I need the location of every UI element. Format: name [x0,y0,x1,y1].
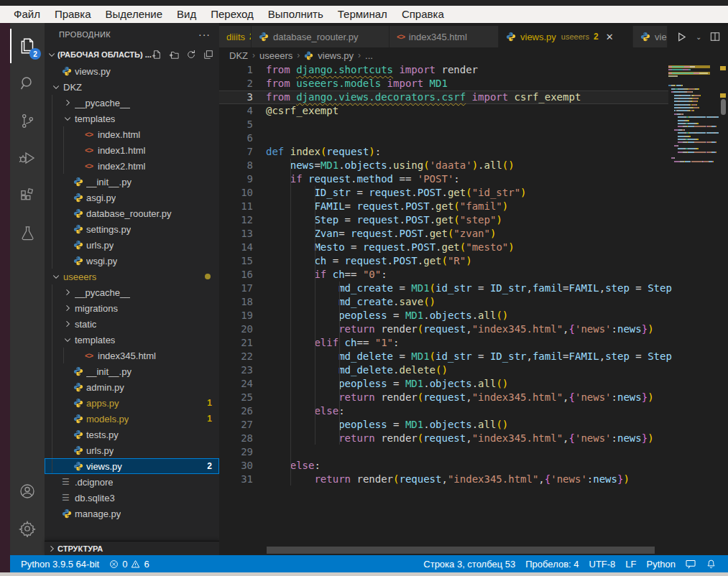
code-line-12[interactable]: 12 Step = request.POST.get("step") [219,213,728,227]
tree-item-tests.py[interactable]: tests.py [45,427,219,442]
activitybar-settings[interactable] [10,511,45,546]
code-line-11[interactable]: 11 FAMIL= request.POST.get("famil") [219,200,728,213]
overview-ruler[interactable] [719,63,728,555]
menu-Выполнить[interactable]: Выполнить [262,6,330,23]
activitybar-run-debug[interactable] [10,141,45,175]
collapse-all-icon[interactable] [203,50,213,60]
problems-indicator[interactable]: 0 6 [104,555,154,572]
tree-item-asgi.py[interactable]: asgi.py [45,190,219,205]
tree-item-DKZ[interactable]: DKZ [45,79,219,95]
code-line-1[interactable]: 1from django.shortcuts import render [219,63,728,77]
breadcrumb-item-views.py[interactable]: views.py [318,50,354,61]
tree-item-index345.html[interactable]: <>index345.html [45,348,219,363]
code-line-20[interactable]: 20 return render(request,"index345.html"… [219,322,728,336]
split-editor-icon[interactable] [710,32,720,42]
menu-Терминал[interactable]: Терминал [331,6,394,23]
code-line-6[interactable]: 6 [219,131,728,145]
tab-diiits[interactable]: diiits2 [219,26,252,47]
close-icon[interactable]: ✕ [606,32,614,42]
tree-item-templates[interactable]: templates [45,111,219,126]
code-line-28[interactable]: 28 return render(request,"index345.html"… [219,432,728,445]
horizontal-scrollbar[interactable] [267,547,655,554]
code-line-18[interactable]: 18 md_create.save() [219,295,728,309]
code-line-30[interactable]: 30 else: [219,459,728,473]
tab-database_roouter.py[interactable]: database_roouter.py [252,26,390,47]
tree-item-urls.py[interactable]: urls.py [45,442,219,458]
breadcrumb-item-useeers[interactable]: useeers [259,50,292,61]
activitybar-explorer[interactable]: 2 [10,29,45,63]
tree-item-models.py[interactable]: models.py1 [45,411,219,427]
encoding[interactable]: UTF-8 [584,555,621,572]
activitybar-source-control[interactable] [10,103,45,138]
workspace-section-header[interactable]: (РАБОЧАЯ ОБЛАСТЬ) ... [45,46,219,63]
code-line-5[interactable]: 5 [219,118,728,131]
menu-Правка[interactable]: Правка [48,6,98,23]
code-line-2[interactable]: 2from useeers.models import MD1 [219,77,728,90]
code-line-9[interactable]: 9 if request.method == 'POST': [219,172,728,186]
code-line-26[interactable]: 26 else: [219,404,728,418]
scrollbar-thumb[interactable] [721,99,726,115]
code-line-17[interactable]: 17 md_create = MD1(id_str = ID_str,famil… [219,282,728,295]
new-file-icon[interactable] [152,50,162,60]
tree-item-__init__.py[interactable]: __init__.py [45,174,219,190]
tab-views.py[interactable]: views.pyuseeers2✕ [499,26,633,47]
cursor-position[interactable]: Строка 3, столбец 53 [418,555,520,572]
breadcrumb[interactable]: DKZ›useeers›views.py›... [219,47,728,63]
code-line-19[interactable]: 19 peopless = MD1.objects.all() [219,309,728,322]
outline-section-header[interactable]: СТРУКТУРА [45,541,219,555]
tree-item-apps.py[interactable]: apps.py1 [45,395,219,411]
tree-item-migrations[interactable]: migrations [45,300,219,316]
code-line-23[interactable]: 23 md_delete.delete() [219,363,728,377]
tree-item-admin.py[interactable]: admin.py [45,379,219,395]
code-line-7[interactable]: 7def index(request): [219,145,728,159]
code-line-27[interactable]: 27 peopless = MD1.objects.all() [219,418,728,432]
language-mode[interactable]: Python [642,555,681,572]
tree-item-templates[interactable]: templates [45,332,219,348]
indentation[interactable]: Пробелов: 4 [520,555,584,572]
code-line-14[interactable]: 14 Mesto = request.POST.get("mesto") [219,241,728,254]
activitybar-extensions[interactable] [10,178,45,213]
run-dropdown-chevron-icon[interactable]: ⌄ [696,33,701,41]
tree-item-wsgi.py[interactable]: wsgi.py [45,253,219,269]
sidebar-more-actions[interactable]: ··· [198,29,211,40]
tab-index345.html[interactable]: <>index345.html [390,26,499,47]
tree-item-db.sqlite3[interactable]: ☰db.sqlite3 [45,490,219,506]
code-line-15[interactable]: 15 ch = request.POST.get("R") [219,254,728,268]
notifications-bell-icon[interactable] [701,555,721,572]
code-line-3[interactable]: 3from django.views.decorators.csrf impor… [219,90,728,104]
code-line-22[interactable]: 22 md_delete = MD1(id_str = ID_str,famil… [219,350,728,363]
code-line-25[interactable]: 25 return render(request,"index345.html"… [219,391,728,404]
code-line-8[interactable]: 8 news=MD1.objects.using('daata').all() [219,159,728,172]
tree-item-urls.py[interactable]: urls.py [45,237,219,253]
code-line-24[interactable]: 24 peopless = MD1.objects.all() [219,377,728,391]
tree-item-.dcignore[interactable]: ☰.dcignore [45,474,219,490]
activitybar-search[interactable] [10,66,45,101]
breadcrumb-item-...[interactable]: ... [365,50,373,61]
breadcrumb-item-DKZ[interactable]: DKZ [229,50,248,61]
code-line-13[interactable]: 13 Zvan= request.POST.get("zvan") [219,227,728,241]
tree-item-__pycache__[interactable]: __pycache__ [45,284,219,300]
code-editor[interactable]: 1from django.shortcuts import render2fro… [219,63,728,555]
new-folder-icon[interactable] [169,50,179,60]
menu-Файл[interactable]: Файл [7,6,47,23]
tree-item-database_roouter.py[interactable]: database_roouter.py [45,205,219,221]
code-line-21[interactable]: 21 elif ch== "1": [219,336,728,350]
refresh-icon[interactable] [186,50,196,60]
code-line-29[interactable]: 29 [219,445,728,459]
tree-item-index.html[interactable]: <>index.html [45,126,219,142]
tab-vie[interactable]: vie [633,26,668,47]
activitybar-testing[interactable] [10,215,45,250]
tree-item-index2.html[interactable]: <>index2.html [45,158,219,174]
code-line-31[interactable]: 31 return render(request,"index345.html"… [219,473,728,486]
tree-item-__pycache__[interactable]: __pycache__ [45,95,219,111]
feedback-icon[interactable] [681,555,701,572]
tree-item-index1.html[interactable]: <>index1.html [45,142,219,158]
menu-Справка[interactable]: Справка [395,6,451,23]
run-button[interactable] [676,32,687,42]
tree-item-__init__.py[interactable]: __init__.py [45,363,219,379]
tree-item-manage.py[interactable]: manage.py [45,506,219,521]
activitybar-account[interactable] [10,474,45,508]
code-line-10[interactable]: 10 ID_str = request.POST.get("id_str") [219,186,728,200]
tree-item-views.py[interactable]: views.py2 [45,458,219,474]
menu-Переход[interactable]: Переход [204,6,260,23]
